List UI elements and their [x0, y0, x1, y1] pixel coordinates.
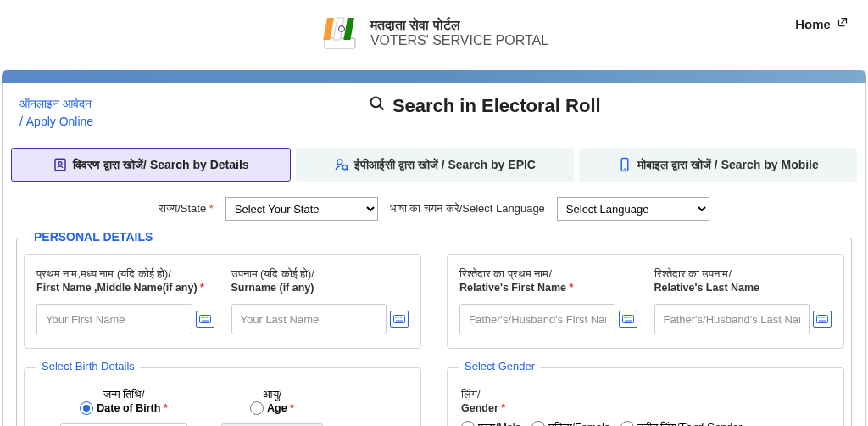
- birth-details-box: Select Birth Details जन्म तिथि/ Date of …: [24, 367, 421, 426]
- svg-rect-19: [394, 316, 405, 323]
- surname-input[interactable]: [231, 304, 387, 334]
- portal-title-en: VOTERS' SERVICE PORTAL: [370, 33, 548, 48]
- epic-icon: [334, 157, 349, 172]
- svg-rect-33: [817, 316, 828, 323]
- portal-title-hi: मतदाता सेवा पोर्टल: [370, 18, 548, 33]
- language-select[interactable]: Select Language: [557, 197, 709, 221]
- gender-female-option[interactable]: महिला/Female: [531, 421, 610, 426]
- relative-first-label-hi: रिश्तेदार का प्रथम नाम/: [459, 268, 637, 281]
- personal-details-legend: PERSONAL DETAILS: [29, 230, 158, 244]
- main-container: ऑनलाइन आवेदन / Apply Online Search in El…: [2, 83, 866, 426]
- mobile-icon: [617, 157, 632, 172]
- external-link-icon: [837, 18, 848, 30]
- svg-point-5: [370, 98, 381, 108]
- relative-fields-box: रिश्तेदार का प्रथम नाम/ Relative's First…: [447, 254, 844, 349]
- gender-third-option[interactable]: तृतीय लिंग/Third Gender: [620, 421, 743, 426]
- apply-online-link[interactable]: ऑनलाइन आवेदन / Apply Online: [19, 97, 93, 128]
- svg-rect-3: [343, 18, 354, 40]
- dob-label-en: Date of Birth *: [97, 402, 167, 414]
- relative-last-label-hi: रिश्तेदार का उपनाम/: [654, 268, 832, 281]
- eci-logo-icon: [320, 13, 360, 53]
- home-link[interactable]: Home: [795, 17, 848, 31]
- birth-details-legend: Select Birth Details: [36, 360, 140, 373]
- surname-label-hi: उपनाम (यदि कोई हो)/: [231, 268, 409, 281]
- personal-details-section: PERSONAL DETAILS प्रथम नाम,मध्य नाम (यदि…: [16, 238, 852, 426]
- svg-rect-1: [323, 18, 334, 40]
- name-fields-box: प्रथम नाम,मध्य नाम (यदि कोई हो)/ First N…: [24, 254, 421, 349]
- first-name-label-en: First Name ,Middle Name(if any) *: [36, 282, 214, 294]
- svg-line-6: [379, 106, 383, 110]
- tab-search-by-epic[interactable]: ईपीआईसी द्वारा खोजें / Search by EPIC: [296, 148, 574, 182]
- svg-point-9: [337, 160, 342, 165]
- search-tabs: विवरण द्वारा खोजें/ Search by Details ईप…: [11, 148, 857, 182]
- keyboard-icon[interactable]: [813, 311, 832, 328]
- age-label-hi: आयु/: [221, 389, 323, 401]
- gender-box: Select Gender लिंग/ Gender * पुरुष/Male …: [447, 367, 844, 426]
- gender-legend: Select Gender: [459, 360, 540, 373]
- relative-first-label-en: Relative's First Name *: [459, 282, 637, 294]
- dob-radio[interactable]: [80, 401, 93, 415]
- language-label: भाषा का चयन करे/Select Language: [390, 202, 545, 216]
- age-label-en: Age *: [267, 402, 294, 414]
- state-label: राज्य/State *: [159, 202, 214, 216]
- gender-male-option[interactable]: पुरुष/Male: [461, 421, 521, 426]
- relative-last-name-input[interactable]: [654, 304, 810, 334]
- dob-label-hi: जन्म तिथि/: [60, 389, 187, 401]
- svg-point-8: [58, 162, 62, 165]
- banner-strip: [2, 70, 866, 83]
- tab-search-by-details[interactable]: विवरण द्वारा खोजें/ Search by Details: [11, 148, 291, 182]
- page-title: Search in Electoral Roll: [369, 95, 601, 117]
- state-select[interactable]: Select Your State: [225, 197, 378, 221]
- tab-search-by-mobile[interactable]: मोबाइल द्वारा खोजें / Search by Mobile: [579, 148, 857, 182]
- surname-label-en: Surname (if any): [231, 282, 409, 294]
- svg-point-10: [342, 165, 347, 169]
- first-name-input[interactable]: [36, 304, 192, 334]
- first-name-label-hi: प्रथम नाम,मध्य नाम (यदि कोई हो)/: [36, 268, 214, 281]
- svg-rect-28: [622, 316, 633, 323]
- keyboard-icon[interactable]: [390, 311, 409, 328]
- relative-last-label-en: Relative's Last Name: [654, 282, 832, 294]
- gender-label-en: Gender *: [461, 402, 830, 414]
- search-icon: [369, 95, 386, 117]
- keyboard-icon[interactable]: [619, 311, 637, 328]
- relative-first-name-input[interactable]: [459, 304, 615, 334]
- keyboard-icon[interactable]: [196, 311, 214, 328]
- age-radio[interactable]: [250, 401, 264, 415]
- header: मतदाता सेवा पोर्टल VOTERS' SERVICE PORTA…: [0, 0, 868, 70]
- svg-rect-14: [199, 316, 210, 323]
- gender-label-hi: लिंग/: [461, 389, 830, 401]
- svg-line-11: [347, 169, 348, 171]
- details-icon: [53, 157, 68, 172]
